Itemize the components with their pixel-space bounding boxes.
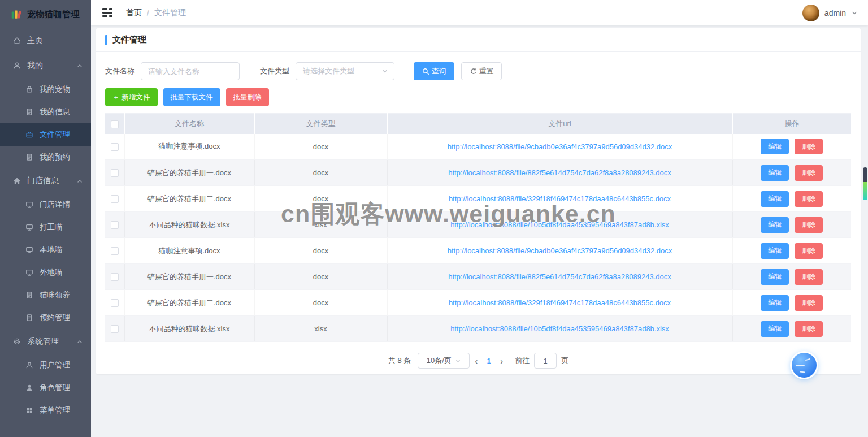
search-button-label: 查询 [432, 67, 446, 76]
sidebar-item-system-management[interactable]: 系统管理 [0, 329, 91, 354]
gear-icon [12, 337, 21, 346]
edit-button[interactable]: 编辑 [761, 321, 789, 337]
sidebar-item-label: 门店信息 [27, 176, 59, 186]
floating-action-button[interactable] [792, 353, 817, 378]
delete-button[interactable]: 删除 [795, 139, 823, 154]
sidebar-item-menu-management[interactable]: 菜单管理 [0, 399, 91, 422]
sidebar-item-user-management[interactable]: 用户管理 [0, 354, 91, 377]
sidebar-item-label: 门店详情 [40, 200, 70, 210]
document-icon [25, 107, 34, 116]
row-checkbox[interactable] [111, 247, 119, 255]
edit-button[interactable]: 编辑 [761, 165, 789, 181]
sidebar-item-store-detail[interactable]: 门店详情 [0, 193, 91, 216]
sidebar-item-appointment-management[interactable]: 预约管理 [0, 306, 91, 329]
next-page-button[interactable]: › [495, 356, 508, 366]
sidebar-item-my-appointments[interactable]: 我的预约 [0, 146, 91, 168]
file-url-link[interactable]: http://localhost:8088/file/329f18f469474… [449, 194, 671, 203]
edit-button[interactable]: 编辑 [761, 243, 789, 259]
table-row: 不同品种的猫咪数据.xlsxxlsxhttp://localhost:8088/… [105, 212, 851, 238]
header-file-name: 文件名称 [124, 114, 254, 134]
sidebar-item-my-info[interactable]: 我的信息 [0, 101, 91, 123]
sidebar-item-local-cats[interactable]: 本地喵 [0, 239, 91, 261]
edit-button[interactable]: 编辑 [761, 269, 789, 285]
file-type-cell: xlsx [254, 212, 387, 238]
batch-delete-button[interactable]: 批量删除 [226, 88, 269, 106]
document-icon [25, 153, 34, 162]
chevron-down-icon [455, 358, 461, 364]
delete-button[interactable]: 删除 [795, 269, 823, 285]
file-name-input[interactable] [141, 62, 240, 80]
edit-button[interactable]: 编辑 [761, 139, 789, 154]
table-row: 铲屎官的养猫手册二.docxdocxhttp://localhost:8088/… [105, 186, 851, 212]
search-icon [422, 68, 429, 75]
row-checkbox[interactable] [111, 221, 119, 229]
sidebar-item-my-pets[interactable]: 我的宠物 [0, 78, 91, 101]
file-type-select[interactable]: 请选择文件类型 [296, 62, 394, 80]
sidebar-item-mine[interactable]: 我的 [0, 53, 91, 78]
file-type-cell: docx [254, 186, 387, 212]
edit-button[interactable]: 编辑 [761, 191, 789, 207]
file-url-link[interactable]: http://localhost:8088/file/9cbadb0e36af4… [448, 246, 672, 255]
delete-button[interactable]: 删除 [795, 243, 823, 259]
monitor-icon [25, 223, 34, 232]
file-type-cell: docx [254, 238, 387, 264]
scrollbar-thumb[interactable] [863, 167, 867, 200]
delete-button[interactable]: 删除 [795, 321, 823, 337]
page-size-select[interactable]: 10条/页 [418, 353, 470, 369]
home-filled-icon [12, 176, 21, 185]
goto-page-input[interactable] [534, 353, 557, 369]
sidebar-item-cat-adoption[interactable]: 猫咪领养 [0, 284, 91, 306]
file-name-cell: 不同品种的猫咪数据.xlsx [124, 212, 254, 238]
refresh-icon [470, 68, 476, 75]
file-name-cell: 猫咖注意事项.docx [124, 238, 254, 264]
row-checkbox[interactable] [111, 299, 119, 307]
current-page[interactable]: 1 [483, 357, 495, 365]
delete-button[interactable]: 删除 [795, 217, 823, 233]
sidebar-item-home[interactable]: 主页 [0, 28, 91, 53]
file-url-link[interactable]: http://localhost:8088/file/10b5df8f4daa4… [450, 324, 669, 333]
prev-page-button[interactable]: ‹ [470, 356, 483, 366]
row-checkbox[interactable] [111, 325, 119, 333]
edit-button[interactable]: 编辑 [761, 217, 789, 233]
file-name-cell: 铲屎官的养猫手册二.docx [124, 186, 254, 212]
reset-button[interactable]: 重置 [461, 62, 502, 80]
sidebar-item-foreign-cats[interactable]: 外地喵 [0, 261, 91, 284]
select-all-checkbox[interactable] [111, 120, 119, 128]
hamburger-icon[interactable] [102, 8, 114, 18]
file-url-link[interactable]: http://localhost:8088/file/882f5e614d754… [448, 168, 671, 177]
file-type-placeholder: 请选择文件类型 [303, 66, 354, 76]
table-row: 铲屎官的养猫手册二.docxdocxhttp://localhost:8088/… [105, 290, 851, 316]
monitor-icon [25, 245, 34, 254]
file-url-link[interactable]: http://localhost:8088/file/9cbadb0e36af4… [448, 142, 672, 151]
search-button[interactable]: 查询 [414, 62, 454, 80]
sidebar-item-store-info[interactable]: 门店信息 [0, 168, 91, 193]
file-url-link[interactable]: http://localhost:8088/file/10b5df8f4daa4… [450, 220, 669, 229]
sidebar-item-file-management[interactable]: 文件管理 [0, 123, 91, 146]
title-accent-bar [105, 35, 107, 45]
batch-download-button[interactable]: 批量下载文件 [163, 88, 220, 106]
file-url-link[interactable]: http://localhost:8088/file/329f18f469474… [449, 298, 671, 307]
file-type-cell: docx [254, 134, 387, 160]
user-menu[interactable]: admin [802, 5, 858, 21]
file-management-card: 文件管理 文件名称 文件类型 请选择文件类型 查询 [96, 28, 861, 374]
edit-button[interactable]: 编辑 [761, 295, 789, 311]
row-checkbox[interactable] [111, 169, 119, 177]
file-url-link[interactable]: http://localhost:8088/file/882f5e614d754… [448, 272, 671, 281]
page-title: 文件管理 [112, 34, 146, 45]
breadcrumb-home[interactable]: 首页 [126, 8, 142, 18]
add-file-button[interactable]: ＋新增文件 [105, 88, 158, 106]
row-checkbox[interactable] [111, 273, 119, 281]
delete-button[interactable]: 删除 [795, 165, 823, 181]
sidebar-item-label: 打工喵 [40, 222, 63, 232]
avatar[interactable] [802, 5, 819, 21]
header-file-url: 文件url [387, 114, 732, 134]
file-type-cell: docx [254, 290, 387, 316]
row-checkbox[interactable] [111, 143, 119, 151]
row-checkbox[interactable] [111, 195, 119, 203]
file-name-cell: 不同品种的猫咪数据.xlsx [124, 316, 254, 342]
delete-button[interactable]: 删除 [795, 295, 823, 311]
sidebar-item-role-management[interactable]: 角色管理 [0, 377, 91, 399]
sidebar-item-working-cats[interactable]: 打工喵 [0, 216, 91, 239]
delete-button[interactable]: 删除 [795, 191, 823, 207]
file-type-cell: docx [254, 160, 387, 186]
